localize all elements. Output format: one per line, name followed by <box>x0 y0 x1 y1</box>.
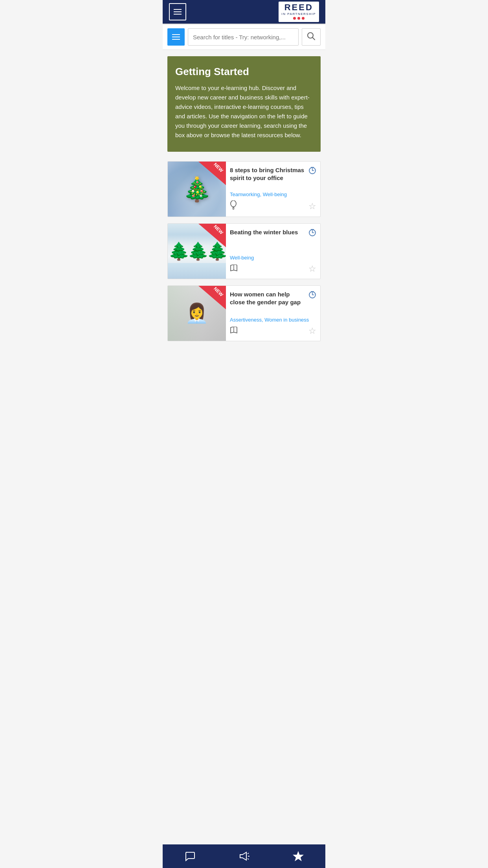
card-image-container: 🎄 NEW <box>168 162 226 217</box>
card-bottom: Teamworking, Well-being ☆ <box>230 188 316 212</box>
card-title: How women can help close the gender pay … <box>230 291 305 307</box>
new-badge-label: NEW <box>213 286 224 298</box>
card-content: Beating the winter blues Well-being <box>226 224 320 279</box>
list-item[interactable]: 👩‍💼 NEW How women can help close the gen… <box>167 285 321 341</box>
new-badge-label: NEW <box>213 162 224 173</box>
top-navigation: REED IN PARTNERSHIP <box>163 0 325 24</box>
card-title-row: Beating the winter blues <box>230 228 316 239</box>
search-menu-button[interactable] <box>167 28 185 46</box>
logo-dot-2 <box>297 17 300 20</box>
timer-icon <box>308 167 316 177</box>
logo-dots <box>293 17 305 20</box>
card-tags: Teamworking, Well-being <box>230 191 316 197</box>
gender-people-icon: 👩‍💼 <box>185 302 209 324</box>
winter-trees-icon: 🌲🌲🌲 <box>168 241 226 261</box>
card-content: How women can help close the gender pay … <box>226 286 320 341</box>
hero-description: Welcome to your e-learning hub. Discover… <box>175 83 313 140</box>
svg-point-6 <box>231 200 236 207</box>
card-bottom: Assertiveness, Women in business ☆ <box>230 314 316 336</box>
card-tags: Well-being <box>230 255 316 261</box>
card-title: Beating the winter blues <box>230 228 305 236</box>
list-item[interactable]: 🎄 NEW 8 steps to bring Christmas spirit … <box>167 161 321 217</box>
favourite-star-icon[interactable]: ☆ <box>308 326 316 336</box>
logo-subtitle: IN PARTNERSHIP <box>282 12 316 16</box>
favourite-star-icon[interactable]: ☆ <box>308 264 316 274</box>
favourite-star-icon[interactable]: ☆ <box>308 201 316 211</box>
card-bottom-row: ☆ <box>230 264 316 274</box>
hero-banner: Getting Started Welcome to your e-learni… <box>167 56 321 152</box>
logo-dot-3 <box>302 17 305 20</box>
card-image-container: 🌲🌲🌲 NEW <box>168 224 226 279</box>
card-title-row: 8 steps to bring Christmas spirit to you… <box>230 166 316 182</box>
logo-dot-1 <box>293 17 296 20</box>
timer-icon <box>308 291 316 301</box>
search-input[interactable] <box>188 28 299 46</box>
card-tags: Assertiveness, Women in business <box>230 317 316 323</box>
christmas-ornament-icon: 🎄 <box>182 175 212 203</box>
card-title: 8 steps to bring Christmas spirit to you… <box>230 166 305 182</box>
search-icon <box>307 32 316 42</box>
hamburger-button[interactable] <box>169 3 186 20</box>
search-menu-icon <box>172 34 180 40</box>
hamburger-icon <box>174 9 182 15</box>
logo: REED IN PARTNERSHIP <box>279 2 319 22</box>
card-bottom-row: ☆ <box>230 200 316 212</box>
search-button[interactable] <box>302 28 321 46</box>
new-badge-label: NEW <box>213 224 224 235</box>
svg-line-1 <box>313 37 315 40</box>
card-content: 8 steps to bring Christmas spirit to you… <box>226 162 320 217</box>
card-bottom: Well-being ☆ <box>230 252 316 274</box>
logo-reed-text: REED <box>284 3 313 12</box>
tip-icon <box>230 200 237 212</box>
book-icon <box>230 327 238 336</box>
book-icon <box>230 265 238 274</box>
hero-title: Getting Started <box>175 66 313 78</box>
search-bar <box>163 24 325 50</box>
timer-icon <box>308 229 316 239</box>
list-item[interactable]: 🌲🌲🌲 NEW Beating the winter blues <box>167 223 321 279</box>
card-bottom-row: ☆ <box>230 326 316 336</box>
card-image-container: 👩‍💼 NEW <box>168 286 226 341</box>
card-title-row: How women can help close the gender pay … <box>230 291 316 307</box>
articles-list: 🎄 NEW 8 steps to bring Christmas spirit … <box>163 158 325 373</box>
